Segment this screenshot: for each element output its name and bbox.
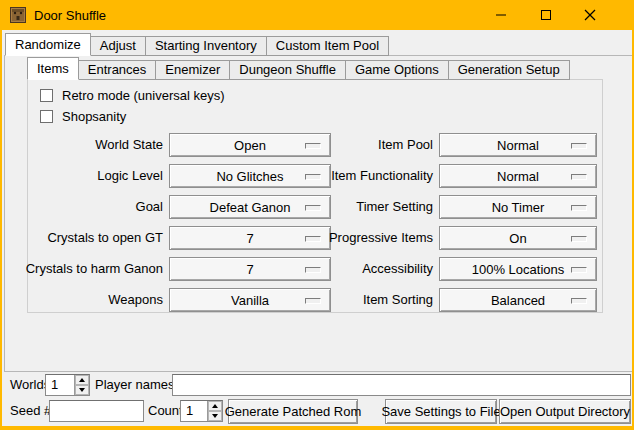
dropdown-value: Normal [497,138,539,153]
sub-tab-bar: Items Entrances Enemizer Dungeon Shuffle… [27,57,569,80]
seed-input[interactable] [49,400,144,422]
dropdown-indicator-icon [571,205,587,211]
count-value: 1 [181,401,207,421]
weapons-label: Weapons [24,288,163,312]
tab-entrances[interactable]: Entrances [78,60,157,80]
tab-starting-inventory[interactable]: Starting Inventory [145,36,267,56]
spin-up-button[interactable] [208,401,222,411]
items-page: Retro mode (universal keys) Shopsanity W… [27,79,603,313]
retro-mode-label: Retro mode (universal keys) [62,88,225,103]
dropdown-value: On [509,231,526,246]
tab-items[interactable]: Items [27,57,79,80]
dropdown-value: No Timer [492,200,545,215]
spin-arrows [207,401,222,421]
arrow-up-icon [79,378,85,382]
retro-mode-row: Retro mode (universal keys) [40,87,225,103]
item-functionality-label: Item Functionality [292,164,433,188]
shopsanity-row: Shopsanity [40,108,126,124]
arrow-down-icon [212,414,218,418]
window-title: Door Shuffle [34,8,106,23]
close-icon [584,9,596,21]
maximize-button[interactable] [523,0,568,30]
item-sorting-label: Item Sorting [292,288,433,312]
dropdown-value: Normal [497,169,539,184]
dropdown-indicator-icon [571,236,587,242]
worlds-spinbox[interactable]: 1 [45,374,90,396]
timer-setting-label: Timer Setting [292,195,433,219]
goal-label: Goal [24,195,163,219]
title-bar[interactable]: Door Shuffle [0,0,634,30]
tab-custom-item-pool[interactable]: Custom Item Pool [266,36,389,56]
spin-up-button[interactable] [75,375,89,385]
crystals-harm-ganon-label: Crystals to harm Ganon [24,257,163,281]
world-state-label: World State [24,133,163,157]
minimize-icon [495,9,507,21]
spin-down-button[interactable] [208,411,222,421]
retro-mode-checkbox[interactable] [40,89,53,102]
dropdown-value: 7 [246,262,253,277]
player-names-input[interactable] [172,374,631,396]
tab-generation-setup[interactable]: Generation Setup [448,60,570,80]
dropdown-value: Vanilla [231,293,269,308]
dropdown-value: No Glitches [216,169,283,184]
tab-adjust[interactable]: Adjust [90,36,146,56]
open-output-directory-button[interactable]: Open Output Directory [499,399,631,424]
tab-randomize[interactable]: Randomize [5,33,91,56]
progressive-items-dropdown[interactable]: On [439,226,597,250]
app-window: Door Shuffle Randomize Adjust Starting I… [0,0,634,430]
item-pool-dropdown[interactable]: Normal [439,133,597,157]
shopsanity-label: Shopsanity [62,109,126,124]
tab-dungeon-shuffle[interactable]: Dungeon Shuffle [229,60,346,80]
tab-enemizer[interactable]: Enemizer [155,60,230,80]
timer-setting-dropdown[interactable]: No Timer [439,195,597,219]
spin-arrows [74,375,89,395]
tab-game-options[interactable]: Game Options [345,60,449,80]
item-functionality-dropdown[interactable]: Normal [439,164,597,188]
close-button[interactable] [567,0,612,30]
crystals-open-gt-label: Crystals to open GT [24,226,163,250]
count-spinbox[interactable]: 1 [180,400,223,422]
shopsanity-checkbox[interactable] [40,110,53,123]
arrow-up-icon [212,404,218,408]
accessibility-dropdown[interactable]: 100% Locations [439,257,597,281]
spin-down-button[interactable] [75,385,89,395]
dropdown-indicator-icon [571,267,587,273]
accessibility-label: Accessibility [292,257,433,281]
item-sorting-dropdown[interactable]: Balanced [439,288,597,312]
arrow-down-icon [79,388,85,392]
door-icon [10,7,26,23]
generate-patched-rom-button[interactable]: Generate Patched Rom [228,399,358,424]
item-pool-label: Item Pool [292,133,433,157]
dropdown-value: Open [234,138,266,153]
logic-level-label: Logic Level [24,164,163,188]
minimize-button[interactable] [478,0,523,30]
dropdown-indicator-icon [571,298,587,304]
count-label: Count [148,400,183,422]
main-tab-bar: Randomize Adjust Starting Inventory Cust… [5,33,388,56]
dropdown-value: 7 [246,231,253,246]
seed-label: Seed # [10,400,51,422]
dropdown-indicator-icon [571,174,587,180]
progressive-items-label: Progressive Items [292,226,433,250]
dropdown-value: Balanced [491,293,545,308]
player-names-label: Player names [95,374,174,396]
worlds-value: 1 [46,375,74,395]
dropdown-indicator-icon [571,143,587,149]
save-settings-button[interactable]: Save Settings to File [385,399,497,424]
maximize-icon [540,9,552,21]
dropdown-value: 100% Locations [472,262,565,277]
dropdown-value: Defeat Ganon [210,200,291,215]
